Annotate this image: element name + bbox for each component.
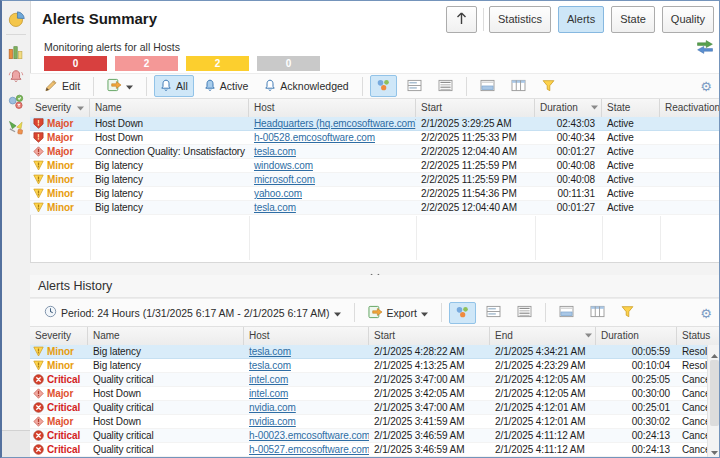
preview-pane-toggle[interactable] [553, 302, 580, 324]
alert-count-badge: 0 [257, 56, 320, 71]
host-link[interactable]: h-00023.emcosoftware.com [249, 430, 369, 441]
column-header-end[interactable]: End [490, 327, 596, 345]
preview-pane-toggle[interactable] [474, 75, 501, 97]
end-cell: 2/1/2025 4:12:01 AM [490, 415, 596, 428]
severity-diamond-icon [33, 416, 44, 427]
host-link[interactable]: windows.com [254, 160, 313, 171]
state-cell: Active [602, 159, 660, 172]
filter-button[interactable] [615, 302, 640, 324]
compact-rows-toggle[interactable] [401, 75, 428, 97]
alert-row[interactable]: MinorBig latencytesla.com2/2/2025 12:04:… [30, 201, 720, 215]
history-row[interactable]: MajorHost Downintel.com2/1/2025 3:42:05 … [30, 387, 707, 401]
sidebar [2, 1, 31, 457]
host-link[interactable]: tesla.com [254, 146, 296, 157]
up-arrow-icon [711, 344, 718, 362]
period-dropdown-button[interactable]: Period: 24 Hours (1/31/2025 6:17 AM - 2/… [38, 302, 347, 324]
severity-cell: Minor [30, 187, 90, 200]
color-view-toggle[interactable] [370, 75, 397, 97]
scrollbar-thumb[interactable] [710, 360, 719, 426]
swap-arrows-icon[interactable] [696, 39, 714, 59]
history-settings-gear-icon[interactable]: ⚙ [700, 306, 712, 319]
column-header-status[interactable]: Status [677, 327, 720, 345]
export-dropdown-button[interactable]: Export [362, 302, 434, 324]
bar-chart-icon[interactable] [7, 43, 25, 61]
host-link[interactable]: microsoft.com [254, 174, 315, 185]
color-view-toggle[interactable] [449, 302, 476, 324]
panel-splitter[interactable] [30, 262, 719, 275]
severity-shield-icon [33, 132, 44, 143]
column-header-severity[interactable]: Severity [30, 327, 88, 345]
start-cell: 2/1/2025 4:13:25 AM [369, 359, 490, 372]
nav-button-state[interactable]: State [611, 6, 655, 33]
severity-circlex-icon [33, 402, 44, 413]
colored-circles-icon [455, 305, 470, 321]
host-link[interactable]: nvidia.com [249, 402, 296, 413]
alert-row[interactable]: MajorHost Downh-00528.emcosoftware.com2/… [30, 131, 720, 145]
history-row[interactable]: MinorBig latencytesla.com2/1/2025 4:28:2… [30, 345, 707, 359]
column-chooser-button[interactable] [505, 75, 532, 97]
compact-rows-toggle[interactable] [480, 302, 507, 324]
column-header-severity[interactable]: Severity [30, 99, 90, 117]
filter-active-toggle[interactable]: Active [198, 75, 255, 97]
column-header-start[interactable]: Start [369, 327, 490, 345]
host-link[interactable]: Headquarters (hq.emcosoftware.com) [254, 118, 416, 129]
history-row[interactable]: CriticalQuality criticalintel.com2/1/202… [30, 373, 707, 387]
filter-all-toggle[interactable]: All [154, 75, 194, 97]
severity-triangle-icon [33, 202, 44, 213]
nav-button-statistics[interactable]: Statistics [489, 6, 551, 33]
column-header-host[interactable]: Host [249, 99, 416, 117]
nav-button-alerts[interactable]: Alerts [558, 6, 604, 33]
column-header-start[interactable]: Start [416, 99, 535, 117]
history-row[interactable]: MajorHost Downnvidia.com2/1/2025 3:41:59… [30, 415, 707, 429]
column-header-duration[interactable]: Duration [596, 327, 677, 345]
scroll-top-button[interactable] [446, 6, 477, 33]
history-scrollbar[interactable] [707, 345, 720, 457]
alert-row[interactable]: MinorBig latencywindows.com2/2/2025 11:2… [30, 159, 720, 173]
pie-chart-icon[interactable] [7, 10, 25, 28]
host-link[interactable]: h-00527.emcosoftware.com [249, 444, 369, 455]
export-dropdown-button[interactable] [101, 75, 139, 97]
column-header-reactivation[interactable]: Reactivation ... [660, 99, 720, 117]
detailed-rows-toggle[interactable] [511, 302, 538, 324]
history-row[interactable]: CriticalQuality criticalnvidia.com2/1/20… [30, 401, 707, 415]
history-row[interactable]: MinorBig latencytesla.com2/1/2025 4:13:2… [30, 359, 707, 373]
nav-button-quality[interactable]: Quality [662, 6, 714, 33]
alerts-bell-icon[interactable] [7, 67, 25, 85]
end-cell: 2/1/2025 4:12:05 AM [490, 387, 596, 400]
sidebar-divider [6, 34, 26, 35]
column-header-host[interactable]: Host [244, 327, 369, 345]
sidebar-bottom-panel [2, 430, 30, 457]
detailed-rows-toggle[interactable] [432, 75, 459, 97]
alert-row[interactable]: MinorBig latencymicrosoft.com2/2/2025 11… [30, 173, 720, 187]
host-link[interactable]: tesla.com [254, 202, 296, 213]
scrollbar-down-button[interactable] [708, 443, 720, 456]
scrollbar-up-button[interactable] [708, 346, 720, 359]
toolbar-separator [441, 303, 442, 322]
history-title: Alerts History [38, 279, 112, 293]
host-status-icon[interactable] [7, 93, 25, 111]
column-header-name[interactable]: Name [90, 99, 249, 117]
alert-row[interactable]: MajorConnection Quality: Unsatisfactoryt… [30, 145, 720, 159]
name-cell: Big latency [90, 201, 249, 214]
history-row[interactable]: CriticalQuality criticalh-00023.emcosoft… [30, 429, 707, 443]
column-header-name[interactable]: Name [88, 327, 244, 345]
alert-row[interactable]: MajorHost DownHeadquarters (hq.emcosoftw… [30, 117, 720, 131]
edit-button[interactable]: Edit [38, 75, 86, 97]
alert-row[interactable]: MinorBig latencyyahoo.com2/2/2025 11:54:… [30, 187, 720, 201]
host-link[interactable]: h-00528.emcosoftware.com [254, 132, 375, 143]
column-header-duration[interactable]: Duration [535, 99, 602, 117]
summary-settings-gear-icon[interactable]: ⚙ [700, 80, 712, 93]
host-link[interactable]: tesla.com [249, 360, 291, 371]
column-chooser-button[interactable] [584, 302, 611, 324]
host-link[interactable]: tesla.com [249, 346, 291, 357]
host-link[interactable]: intel.com [249, 388, 288, 399]
filter-button[interactable] [536, 75, 561, 97]
filter-acknowledged-toggle[interactable]: Acknowledged [258, 75, 354, 97]
host-link[interactable]: yahoo.com [254, 188, 302, 199]
host-link[interactable]: nvidia.com [249, 416, 296, 427]
column-header-state[interactable]: State [602, 99, 660, 117]
quality-palette-icon[interactable] [7, 119, 25, 137]
history-row[interactable]: CriticalQuality criticalh-00527.emcosoft… [30, 443, 707, 457]
host-cell: h-00527.emcosoftware.com [244, 443, 369, 456]
host-link[interactable]: intel.com [249, 374, 288, 385]
